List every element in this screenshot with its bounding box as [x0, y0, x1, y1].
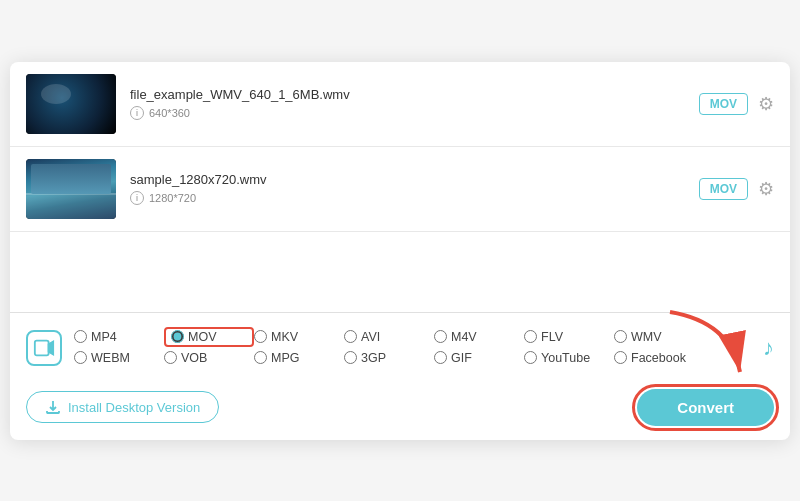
format-vob[interactable]: VOB — [164, 351, 254, 365]
format-flv[interactable]: FLV — [524, 327, 614, 347]
thumb-earth-image — [26, 74, 116, 134]
format-webm[interactable]: WEBM — [74, 351, 164, 365]
format-mp4[interactable]: MP4 — [74, 327, 164, 347]
svg-rect-0 — [35, 340, 49, 355]
spacer — [10, 232, 790, 312]
thumb-ocean-image — [26, 159, 116, 219]
file-meta-2: i 1280*720 — [130, 191, 685, 205]
file-list: file_example_WMV_640_1_6MB.wmv i 640*360… — [10, 62, 790, 232]
label-mov: MOV — [188, 330, 216, 344]
radio-youtube[interactable] — [524, 351, 537, 364]
radio-mp4[interactable] — [74, 330, 87, 343]
radio-flv[interactable] — [524, 330, 537, 343]
video-format-icon — [26, 330, 62, 366]
bottom-bar: MP4 MOV MKV AVI — [10, 312, 790, 379]
radio-wmv[interactable] — [614, 330, 627, 343]
label-vob: VOB — [181, 351, 207, 365]
format-youtube[interactable]: YouTube — [524, 351, 614, 365]
format-mpg[interactable]: MPG — [254, 351, 344, 365]
label-gif: GIF — [451, 351, 472, 365]
label-m4v: M4V — [451, 330, 477, 344]
radio-vob[interactable] — [164, 351, 177, 364]
radio-webm[interactable] — [74, 351, 87, 364]
file-thumb-2 — [26, 159, 116, 219]
format-row-2: WEBM VOB MPG 3GP — [74, 351, 755, 365]
format-facebook[interactable]: Facebook — [614, 351, 704, 365]
file-actions-1: MOV ⚙ — [699, 93, 774, 115]
format-options: MP4 MOV MKV AVI — [74, 327, 755, 369]
file-actions-2: MOV ⚙ — [699, 178, 774, 200]
label-flv: FLV — [541, 330, 563, 344]
settings-icon-1[interactable]: ⚙ — [758, 93, 774, 115]
format-3gp[interactable]: 3GP — [344, 351, 434, 365]
label-mp4: MP4 — [91, 330, 117, 344]
label-webm: WEBM — [91, 351, 130, 365]
label-facebook: Facebook — [631, 351, 686, 365]
radio-mkv[interactable] — [254, 330, 267, 343]
format-badge-2[interactable]: MOV — [699, 178, 748, 200]
file-thumb-1 — [26, 74, 116, 134]
label-youtube: YouTube — [541, 351, 590, 365]
radio-avi[interactable] — [344, 330, 357, 343]
format-selector: MP4 MOV MKV AVI — [26, 327, 774, 369]
file-resolution-1: 640*360 — [149, 107, 190, 119]
label-mkv: MKV — [271, 330, 298, 344]
radio-mpg[interactable] — [254, 351, 267, 364]
file-name-2: sample_1280x720.wmv — [130, 172, 685, 187]
format-gif[interactable]: GIF — [434, 351, 524, 365]
app-window: file_example_WMV_640_1_6MB.wmv i 640*360… — [10, 62, 790, 440]
label-wmv: WMV — [631, 330, 662, 344]
file-item-2: sample_1280x720.wmv i 1280*720 MOV ⚙ — [10, 147, 790, 232]
settings-icon-2[interactable]: ⚙ — [758, 178, 774, 200]
file-resolution-2: 1280*720 — [149, 192, 196, 204]
radio-gif[interactable] — [434, 351, 447, 364]
file-item-1: file_example_WMV_640_1_6MB.wmv i 640*360… — [10, 62, 790, 147]
format-mkv[interactable]: MKV — [254, 327, 344, 347]
install-desktop-button[interactable]: Install Desktop Version — [26, 391, 219, 423]
info-icon-2: i — [130, 191, 144, 205]
info-icon-1: i — [130, 106, 144, 120]
radio-m4v[interactable] — [434, 330, 447, 343]
radio-facebook[interactable] — [614, 351, 627, 364]
radio-mov[interactable] — [171, 330, 184, 343]
radio-3gp[interactable] — [344, 351, 357, 364]
install-label: Install Desktop Version — [68, 400, 200, 415]
convert-button[interactable]: Convert — [637, 389, 774, 426]
label-mpg: MPG — [271, 351, 299, 365]
file-info-2: sample_1280x720.wmv i 1280*720 — [130, 172, 685, 205]
music-icon: ♪ — [763, 335, 774, 361]
file-name-1: file_example_WMV_640_1_6MB.wmv — [130, 87, 685, 102]
action-bar: Install Desktop Version Convert — [10, 379, 790, 440]
format-wmv[interactable]: WMV — [614, 327, 704, 347]
file-meta-1: i 640*360 — [130, 106, 685, 120]
format-badge-1[interactable]: MOV — [699, 93, 748, 115]
label-avi: AVI — [361, 330, 380, 344]
format-mov[interactable]: MOV — [164, 327, 254, 347]
format-m4v[interactable]: M4V — [434, 327, 524, 347]
svg-marker-1 — [49, 341, 54, 354]
file-info-1: file_example_WMV_640_1_6MB.wmv i 640*360 — [130, 87, 685, 120]
label-3gp: 3GP — [361, 351, 386, 365]
format-avi[interactable]: AVI — [344, 327, 434, 347]
format-row-1: MP4 MOV MKV AVI — [74, 327, 755, 347]
